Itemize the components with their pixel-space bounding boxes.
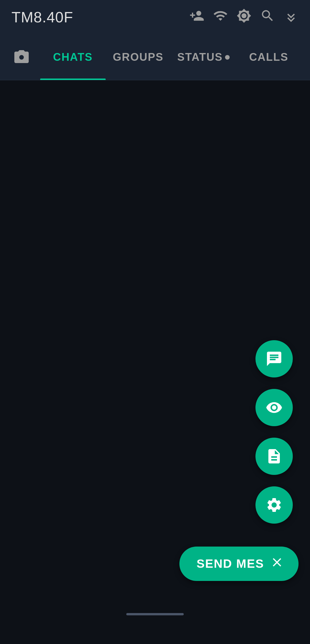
send-close-icon (270, 555, 284, 573)
send-message-button[interactable]: SEND MES (179, 547, 299, 581)
message-icon (266, 350, 283, 367)
document-icon (266, 448, 283, 465)
tab-groups[interactable]: GROUPS (106, 34, 171, 80)
tab-status[interactable]: STATUS (171, 34, 236, 80)
bottom-indicator (126, 613, 184, 615)
overflow-icon[interactable] (284, 8, 299, 26)
status-bar: TM8.40F (0, 0, 310, 34)
nav-bar: CHATS GROUPS STATUS CALLS (0, 34, 310, 80)
search-icon[interactable] (260, 8, 275, 26)
message-fab-button[interactable] (255, 340, 293, 377)
add-contact-icon (189, 8, 204, 26)
eye-fab-button[interactable] (255, 389, 293, 426)
camera-button[interactable] (9, 49, 34, 66)
status-bar-time: TM8.40F (11, 9, 73, 26)
document-fab-button[interactable] (255, 438, 293, 475)
settings-icon (266, 496, 283, 514)
status-bar-icons (189, 8, 299, 26)
nav-tabs: CHATS GROUPS STATUS CALLS (40, 34, 301, 80)
status-dot (225, 55, 230, 60)
wifi-icon (213, 8, 228, 26)
tab-calls[interactable]: CALLS (236, 34, 302, 80)
eye-icon (266, 399, 283, 416)
main-content: SEND MES (0, 80, 310, 621)
settings-fab-button[interactable] (255, 486, 293, 524)
fab-container (255, 340, 293, 524)
tab-chats[interactable]: CHATS (40, 34, 106, 80)
send-message-label: SEND MES (197, 557, 264, 571)
brightness-icon (237, 8, 251, 26)
